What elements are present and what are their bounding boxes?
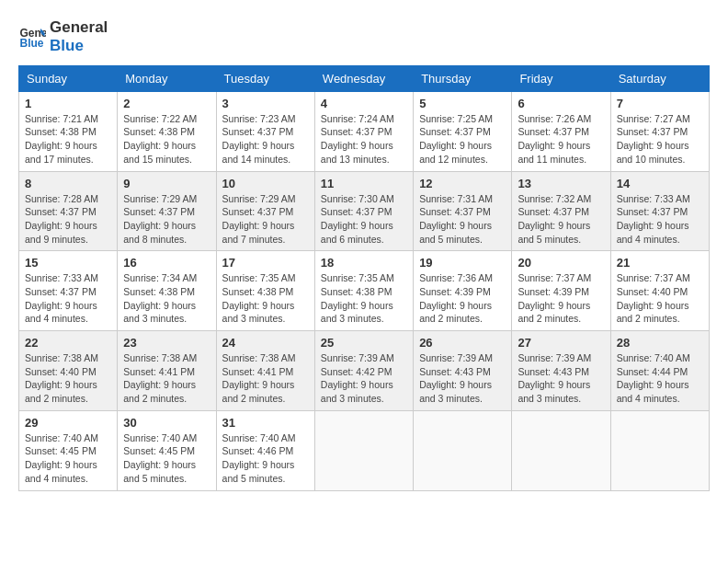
day-number: 6 xyxy=(518,97,604,110)
day-info: Sunrise: 7:40 AM Sunset: 4:46 PM Dayligh… xyxy=(222,431,309,486)
calendar-day-cell: 12Sunrise: 7:31 AM Sunset: 4:37 PM Dayli… xyxy=(414,171,512,251)
calendar-day-cell: 24Sunrise: 7:38 AM Sunset: 4:41 PM Dayli… xyxy=(216,331,314,411)
calendar-day-cell: 14Sunrise: 7:33 AM Sunset: 4:37 PM Dayli… xyxy=(610,171,709,251)
calendar-day-cell: 26Sunrise: 7:39 AM Sunset: 4:43 PM Dayli… xyxy=(414,331,512,411)
day-number: 12 xyxy=(419,177,506,190)
day-number: 26 xyxy=(419,336,506,350)
day-info: Sunrise: 7:31 AM Sunset: 4:37 PM Dayligh… xyxy=(419,192,506,247)
day-number: 19 xyxy=(419,256,506,270)
weekday-header-friday: Friday xyxy=(512,65,610,91)
day-number: 11 xyxy=(321,177,407,190)
empty-cell xyxy=(314,410,413,490)
calendar-week-row: 1Sunrise: 7:21 AM Sunset: 4:38 PM Daylig… xyxy=(19,91,710,171)
weekday-header-saturday: Saturday xyxy=(610,65,709,91)
day-info: Sunrise: 7:21 AM Sunset: 4:38 PM Dayligh… xyxy=(25,112,111,167)
day-info: Sunrise: 7:35 AM Sunset: 4:38 PM Dayligh… xyxy=(222,271,309,326)
day-number: 30 xyxy=(123,416,210,430)
calendar-week-row: 8Sunrise: 7:28 AM Sunset: 4:37 PM Daylig… xyxy=(19,171,710,251)
day-number: 3 xyxy=(222,97,309,110)
calendar-week-row: 15Sunrise: 7:33 AM Sunset: 4:37 PM Dayli… xyxy=(19,251,710,331)
calendar-day-cell: 8Sunrise: 7:28 AM Sunset: 4:37 PM Daylig… xyxy=(19,171,118,251)
day-number: 1 xyxy=(25,97,111,110)
day-number: 17 xyxy=(222,256,309,270)
day-info: Sunrise: 7:38 AM Sunset: 4:41 PM Dayligh… xyxy=(222,351,309,406)
calendar-week-row: 22Sunrise: 7:38 AM Sunset: 4:40 PM Dayli… xyxy=(19,331,710,411)
weekday-header-monday: Monday xyxy=(118,65,216,91)
day-info: Sunrise: 7:33 AM Sunset: 4:37 PM Dayligh… xyxy=(25,271,111,326)
day-number: 10 xyxy=(222,177,309,190)
day-info: Sunrise: 7:34 AM Sunset: 4:38 PM Dayligh… xyxy=(123,271,210,326)
day-number: 14 xyxy=(617,177,703,190)
day-number: 25 xyxy=(321,336,407,350)
calendar-day-cell: 13Sunrise: 7:32 AM Sunset: 4:37 PM Dayli… xyxy=(512,171,610,251)
calendar-week-row: 29Sunrise: 7:40 AM Sunset: 4:45 PM Dayli… xyxy=(19,410,710,490)
calendar-day-cell: 17Sunrise: 7:35 AM Sunset: 4:38 PM Dayli… xyxy=(216,251,314,331)
day-info: Sunrise: 7:29 AM Sunset: 4:37 PM Dayligh… xyxy=(123,192,210,247)
calendar-day-cell: 29Sunrise: 7:40 AM Sunset: 4:45 PM Dayli… xyxy=(19,410,118,490)
calendar-day-cell: 21Sunrise: 7:37 AM Sunset: 4:40 PM Dayli… xyxy=(610,251,709,331)
day-number: 21 xyxy=(617,256,703,270)
day-number: 31 xyxy=(222,416,309,430)
day-info: Sunrise: 7:38 AM Sunset: 4:40 PM Dayligh… xyxy=(25,351,111,406)
day-info: Sunrise: 7:37 AM Sunset: 4:39 PM Dayligh… xyxy=(518,271,604,326)
day-number: 24 xyxy=(222,336,309,350)
calendar-day-cell: 11Sunrise: 7:30 AM Sunset: 4:37 PM Dayli… xyxy=(314,171,413,251)
day-info: Sunrise: 7:28 AM Sunset: 4:37 PM Dayligh… xyxy=(25,192,111,247)
weekday-header-wednesday: Wednesday xyxy=(314,65,413,91)
day-info: Sunrise: 7:32 AM Sunset: 4:37 PM Dayligh… xyxy=(518,192,604,247)
day-number: 23 xyxy=(123,336,210,350)
calendar-day-cell: 15Sunrise: 7:33 AM Sunset: 4:37 PM Dayli… xyxy=(19,251,118,331)
day-info: Sunrise: 7:30 AM Sunset: 4:37 PM Dayligh… xyxy=(321,192,407,247)
calendar-day-cell: 9Sunrise: 7:29 AM Sunset: 4:37 PM Daylig… xyxy=(118,171,216,251)
calendar-day-cell: 16Sunrise: 7:34 AM Sunset: 4:38 PM Dayli… xyxy=(118,251,216,331)
logo-icon: General Blue xyxy=(18,23,46,51)
day-info: Sunrise: 7:25 AM Sunset: 4:37 PM Dayligh… xyxy=(419,112,506,167)
weekday-header-sunday: Sunday xyxy=(19,65,118,91)
weekday-header-tuesday: Tuesday xyxy=(216,65,314,91)
day-info: Sunrise: 7:22 AM Sunset: 4:38 PM Dayligh… xyxy=(123,112,210,167)
calendar-table: SundayMondayTuesdayWednesdayThursdayFrid… xyxy=(18,65,710,491)
calendar-day-cell: 18Sunrise: 7:35 AM Sunset: 4:38 PM Dayli… xyxy=(314,251,413,331)
logo-text-blue: Blue xyxy=(50,37,108,55)
day-info: Sunrise: 7:39 AM Sunset: 4:43 PM Dayligh… xyxy=(419,351,506,406)
day-number: 27 xyxy=(518,336,604,350)
day-number: 7 xyxy=(617,97,703,110)
calendar-day-cell: 4Sunrise: 7:24 AM Sunset: 4:37 PM Daylig… xyxy=(314,91,413,171)
calendar-day-cell: 19Sunrise: 7:36 AM Sunset: 4:39 PM Dayli… xyxy=(414,251,512,331)
day-info: Sunrise: 7:24 AM Sunset: 4:37 PM Dayligh… xyxy=(321,112,407,167)
day-number: 22 xyxy=(25,336,111,350)
day-number: 4 xyxy=(321,97,407,110)
day-number: 18 xyxy=(321,256,407,270)
day-info: Sunrise: 7:40 AM Sunset: 4:44 PM Dayligh… xyxy=(617,351,703,406)
day-number: 8 xyxy=(25,177,111,190)
logo-text-general: General xyxy=(50,18,108,37)
empty-cell xyxy=(414,410,512,490)
calendar-day-cell: 10Sunrise: 7:29 AM Sunset: 4:37 PM Dayli… xyxy=(216,171,314,251)
day-number: 28 xyxy=(617,336,703,350)
day-info: Sunrise: 7:27 AM Sunset: 4:37 PM Dayligh… xyxy=(617,112,703,167)
day-number: 20 xyxy=(518,256,604,270)
day-info: Sunrise: 7:23 AM Sunset: 4:37 PM Dayligh… xyxy=(222,112,309,167)
weekday-header-thursday: Thursday xyxy=(414,65,512,91)
day-info: Sunrise: 7:35 AM Sunset: 4:38 PM Dayligh… xyxy=(321,271,407,326)
calendar-day-cell: 6Sunrise: 7:26 AM Sunset: 4:37 PM Daylig… xyxy=(512,91,610,171)
calendar-day-cell: 28Sunrise: 7:40 AM Sunset: 4:44 PM Dayli… xyxy=(610,331,709,411)
calendar-day-cell: 23Sunrise: 7:38 AM Sunset: 4:41 PM Dayli… xyxy=(118,331,216,411)
svg-text:Blue: Blue xyxy=(20,37,44,50)
page-header: General Blue General Blue xyxy=(18,18,710,56)
calendar-day-cell: 20Sunrise: 7:37 AM Sunset: 4:39 PM Dayli… xyxy=(512,251,610,331)
weekday-header-row: SundayMondayTuesdayWednesdayThursdayFrid… xyxy=(19,65,710,91)
day-number: 15 xyxy=(25,256,111,270)
calendar-day-cell: 3Sunrise: 7:23 AM Sunset: 4:37 PM Daylig… xyxy=(216,91,314,171)
calendar-day-cell: 27Sunrise: 7:39 AM Sunset: 4:43 PM Dayli… xyxy=(512,331,610,411)
day-number: 2 xyxy=(123,97,210,110)
day-number: 9 xyxy=(123,177,210,190)
day-number: 13 xyxy=(518,177,604,190)
calendar-day-cell: 7Sunrise: 7:27 AM Sunset: 4:37 PM Daylig… xyxy=(610,91,709,171)
calendar-day-cell: 22Sunrise: 7:38 AM Sunset: 4:40 PM Dayli… xyxy=(19,331,118,411)
day-info: Sunrise: 7:33 AM Sunset: 4:37 PM Dayligh… xyxy=(617,192,703,247)
logo: General Blue General Blue xyxy=(18,18,108,56)
day-info: Sunrise: 7:39 AM Sunset: 4:43 PM Dayligh… xyxy=(518,351,604,406)
day-info: Sunrise: 7:36 AM Sunset: 4:39 PM Dayligh… xyxy=(419,271,506,326)
day-info: Sunrise: 7:37 AM Sunset: 4:40 PM Dayligh… xyxy=(617,271,703,326)
